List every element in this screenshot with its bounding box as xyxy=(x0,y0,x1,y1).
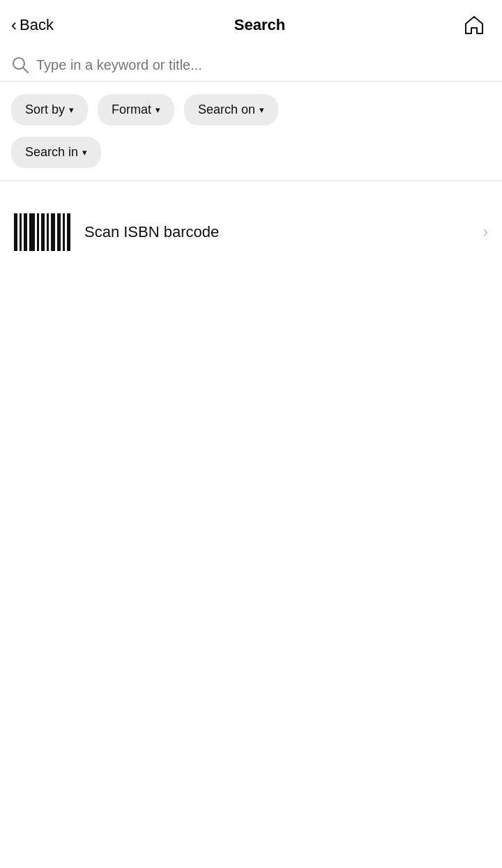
home-icon xyxy=(463,14,485,36)
search-input[interactable] xyxy=(36,57,491,73)
page-title: Search xyxy=(234,16,285,34)
search-on-chevron-icon: ▾ xyxy=(259,105,264,115)
search-in-button[interactable]: Search in ▾ xyxy=(11,137,101,168)
back-chevron-icon: ‹ xyxy=(11,17,17,33)
sort-by-button[interactable]: Sort by ▾ xyxy=(11,94,88,125)
back-label: Back xyxy=(20,16,54,34)
filter-row-2: Search in ▾ xyxy=(0,132,502,181)
format-button[interactable]: Format ▾ xyxy=(98,94,174,125)
format-label: Format xyxy=(112,102,151,117)
search-in-label: Search in xyxy=(25,145,78,160)
divider xyxy=(0,181,502,181)
scan-left: Scan ISBN barcode xyxy=(14,213,219,251)
header: ‹ Back Search xyxy=(0,0,502,49)
search-input-row xyxy=(0,49,502,82)
barcode-icon xyxy=(14,213,70,251)
home-button[interactable] xyxy=(460,11,488,39)
format-chevron-icon: ▾ xyxy=(155,105,160,115)
scan-chevron-icon: › xyxy=(483,223,488,241)
search-icon xyxy=(11,56,29,74)
sort-by-chevron-icon: ▾ xyxy=(69,105,74,115)
svg-line-1 xyxy=(23,68,28,73)
search-in-chevron-icon: ▾ xyxy=(82,147,87,158)
sort-by-label: Sort by xyxy=(25,102,65,117)
scan-isbn-row[interactable]: Scan ISBN barcode › xyxy=(0,194,502,271)
scan-isbn-label: Scan ISBN barcode xyxy=(84,223,219,241)
filter-row-1: Sort by ▾ Format ▾ Search on ▾ xyxy=(0,82,502,132)
search-on-button[interactable]: Search on ▾ xyxy=(184,94,278,125)
search-on-label: Search on xyxy=(198,102,255,117)
back-button[interactable]: ‹ Back xyxy=(11,13,59,37)
